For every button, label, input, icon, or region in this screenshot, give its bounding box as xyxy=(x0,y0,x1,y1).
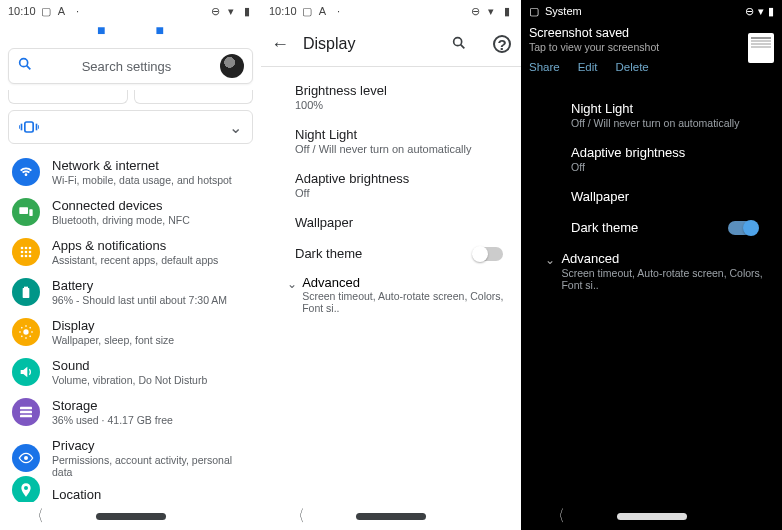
row-advanced[interactable]: ⌄ AdvancedScreen timeout, Auto-rotate sc… xyxy=(281,269,521,322)
settings-list: Network & internetWi-Fi, mobile, data us… xyxy=(0,150,261,530)
svg-point-25 xyxy=(454,37,462,45)
row-nightlight[interactable]: Night LightOff / Will never turn on auto… xyxy=(521,93,782,137)
avatar[interactable] xyxy=(220,54,244,78)
row-title: Dark theme xyxy=(295,246,473,261)
item-sub: Assistant, recent apps, default apps xyxy=(52,254,218,266)
suggestion-icons-row: ■ ■ xyxy=(0,22,261,44)
nav-back-icon[interactable]: 〈 xyxy=(553,506,564,527)
svg-point-20 xyxy=(23,329,28,334)
battery-icon: ▮ xyxy=(241,5,253,17)
settings-item-sound[interactable]: SoundVolume, vibration, Do Not Disturb xyxy=(0,352,261,392)
search-bar[interactable]: Search settings xyxy=(8,48,253,84)
settings-item-network[interactable]: Network & internetWi-Fi, mobile, data us… xyxy=(0,152,261,192)
row-sub: Off xyxy=(295,187,515,199)
wifi-icon: ▾ xyxy=(758,5,764,18)
system-icon: ▢ xyxy=(529,5,539,18)
dark-theme-switch[interactable] xyxy=(473,247,503,261)
search-icon xyxy=(17,56,33,76)
row-adaptive[interactable]: Adaptive brightnessOff xyxy=(521,137,782,181)
settings-item-storage[interactable]: Storage36% used · 41.17 GB free xyxy=(0,392,261,432)
item-title: Network & internet xyxy=(52,158,232,173)
search-icon[interactable] xyxy=(451,35,467,54)
svg-line-1 xyxy=(27,66,31,70)
item-title: Location xyxy=(52,487,101,502)
chevron-down-icon: ⌄ xyxy=(281,277,302,291)
item-title: Display xyxy=(52,318,174,333)
row-darktheme[interactable]: Dark theme xyxy=(281,238,521,269)
location-icon xyxy=(12,476,40,504)
settings-item-apps[interactable]: Apps & notificationsAssistant, recent ap… xyxy=(0,232,261,272)
back-arrow-icon[interactable]: ← xyxy=(271,34,289,55)
suggestion-pills xyxy=(0,90,261,108)
settings-item-connected[interactable]: Connected devicesBluetooth, driving mode… xyxy=(0,192,261,232)
item-title: Storage xyxy=(52,398,173,413)
svg-rect-21 xyxy=(20,407,32,410)
settings-item-location[interactable]: Location xyxy=(0,484,261,504)
panel-settings: 10:10 ▢ A · ⊖ ▾ ▮ ■ ■ Search settings ⌄ xyxy=(0,0,261,530)
item-sub: Permissions, account activity, personal … xyxy=(52,454,249,478)
suggestion-icon-2[interactable]: ■ xyxy=(156,22,164,44)
nav-bar: 〈 xyxy=(261,502,521,530)
screenshot-icon: ▢ xyxy=(40,5,52,17)
suggestion-icon-1[interactable]: ■ xyxy=(97,22,105,44)
svg-point-16 xyxy=(25,255,28,258)
status-time: 10:10 xyxy=(269,5,297,17)
item-title: Battery xyxy=(52,278,227,293)
panel-display-dark: ▢ System ⊖ ▾ ▮ Screenshot saved Tap to v… xyxy=(521,0,782,530)
vibration-icon xyxy=(19,119,39,135)
svg-point-14 xyxy=(29,251,32,254)
svg-rect-23 xyxy=(20,415,32,418)
screenshot-notification[interactable]: Screenshot saved Tap to view your screen… xyxy=(529,26,774,73)
row-title: Adaptive brightness xyxy=(571,145,770,160)
storage-icon xyxy=(12,398,40,426)
dark-theme-switch[interactable] xyxy=(728,221,758,235)
nav-bar: 〈 xyxy=(0,502,261,530)
status-time: 10:10 xyxy=(8,5,36,17)
settings-item-display[interactable]: DisplayWallpaper, sleep, font size xyxy=(0,312,261,352)
system-label: System xyxy=(545,5,582,17)
row-sub: Screen timeout, Auto-rotate screen, Colo… xyxy=(302,290,515,314)
settings-item-privacy[interactable]: PrivacyPermissions, account activity, pe… xyxy=(0,432,261,484)
settings-item-battery[interactable]: Battery96% - Should last until about 7:3… xyxy=(0,272,261,312)
row-brightness[interactable]: Brightness level100% xyxy=(281,75,521,119)
row-wallpaper[interactable]: Wallpaper xyxy=(281,207,521,238)
suggestion-pill[interactable] xyxy=(134,90,254,104)
battery-icon: ▮ xyxy=(501,5,513,17)
dnd-icon: ⊖ xyxy=(209,5,221,17)
nav-pill[interactable] xyxy=(356,513,426,520)
vibration-card[interactable]: ⌄ xyxy=(8,110,253,144)
nav-pill[interactable] xyxy=(96,513,166,520)
row-adaptive[interactable]: Adaptive brightnessOff xyxy=(281,163,521,207)
svg-rect-2 xyxy=(25,122,33,132)
row-sub: Off / Will never turn on automatically xyxy=(295,143,515,155)
dnd-icon: ⊖ xyxy=(469,5,481,17)
nav-pill[interactable] xyxy=(617,513,687,520)
svg-point-10 xyxy=(25,247,28,250)
help-icon[interactable]: ? xyxy=(493,35,511,53)
chevron-down-icon: ⌄ xyxy=(539,253,561,267)
suggestion-pill[interactable] xyxy=(8,90,128,104)
font-icon: A xyxy=(56,5,68,17)
row-title: Advanced xyxy=(561,251,770,266)
action-delete[interactable]: Delete xyxy=(616,61,649,73)
action-edit[interactable]: Edit xyxy=(578,61,598,73)
screenshot-thumb[interactable] xyxy=(748,33,774,63)
battery-icon xyxy=(12,278,40,306)
row-nightlight[interactable]: Night LightOff / Will never turn on auto… xyxy=(281,119,521,163)
row-darktheme[interactable]: Dark theme xyxy=(521,212,782,243)
svg-rect-19 xyxy=(23,288,30,298)
chevron-down-icon: ⌄ xyxy=(229,118,242,137)
nav-back-icon[interactable]: 〈 xyxy=(32,506,43,527)
row-advanced[interactable]: ⌄ AdvancedScreen timeout, Auto-rotate sc… xyxy=(521,243,782,299)
action-share[interactable]: Share xyxy=(529,61,560,73)
notif-actions: Share Edit Delete xyxy=(529,61,748,73)
status-bar: ▢ System ⊖ ▾ ▮ xyxy=(521,0,782,22)
row-title: Wallpaper xyxy=(295,215,515,230)
row-title: Night Light xyxy=(571,101,770,116)
battery-icon: ▮ xyxy=(768,5,774,18)
nav-back-icon[interactable]: 〈 xyxy=(293,506,304,527)
more-icon: · xyxy=(333,5,345,17)
svg-line-26 xyxy=(461,44,465,48)
app-bar: ← Display ? xyxy=(261,22,521,66)
row-wallpaper[interactable]: Wallpaper xyxy=(521,181,782,212)
